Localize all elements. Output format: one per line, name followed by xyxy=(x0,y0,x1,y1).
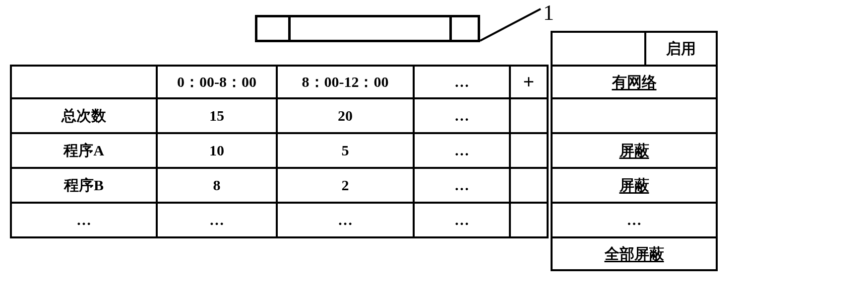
row-total-v2: 20 xyxy=(276,97,415,134)
top-bar xyxy=(255,15,480,42)
row-a-label: 程序A xyxy=(10,132,158,169)
row-b-v3: … xyxy=(413,167,511,204)
add-column-button[interactable]: + xyxy=(509,65,549,99)
row-total-v3: … xyxy=(413,97,511,134)
row-a-v2: 5 xyxy=(276,132,415,169)
row-b-v2: 2 xyxy=(276,167,415,204)
header-time1: 0：00-8：00 xyxy=(156,65,278,99)
row-b-extra xyxy=(509,167,549,204)
row-more-extra xyxy=(509,202,549,238)
header-more: … xyxy=(413,65,511,99)
row-total-v1: 15 xyxy=(156,97,278,134)
top-bar-seg2 xyxy=(449,15,452,42)
row-more-v1: … xyxy=(156,202,278,238)
callout-label: 1 xyxy=(543,0,554,25)
row-more-v3: … xyxy=(413,202,511,238)
block-a-button[interactable]: 屏蔽 xyxy=(551,132,718,169)
enable-button[interactable]: 启用 xyxy=(644,31,718,67)
top-bar-seg1 xyxy=(288,15,291,42)
enable-blank xyxy=(551,31,646,67)
svg-line-0 xyxy=(480,9,541,41)
row-a-extra xyxy=(509,132,549,169)
row-more-v2: … xyxy=(276,202,415,238)
row-b-label: 程序B xyxy=(10,167,158,204)
row-a-v3: … xyxy=(413,132,511,169)
row-b-v1: 8 xyxy=(156,167,278,204)
block-all-button[interactable]: 全部屏蔽 xyxy=(551,236,718,271)
row-total-extra xyxy=(509,97,549,134)
block-b-button[interactable]: 屏蔽 xyxy=(551,167,718,204)
header-time2: 8：00-12：00 xyxy=(276,65,415,99)
has-network-link[interactable]: 有网络 xyxy=(551,65,718,99)
right-blank-total xyxy=(551,97,718,134)
row-more-label: … xyxy=(10,202,158,238)
header-blank xyxy=(10,65,158,99)
diagram-root: 1 0：00-8：00 8：00-12：00 … + 总次数 15 20 … 程… xyxy=(0,0,868,303)
right-more: … xyxy=(551,202,718,238)
row-total-label: 总次数 xyxy=(10,97,158,134)
row-a-v1: 10 xyxy=(156,132,278,169)
